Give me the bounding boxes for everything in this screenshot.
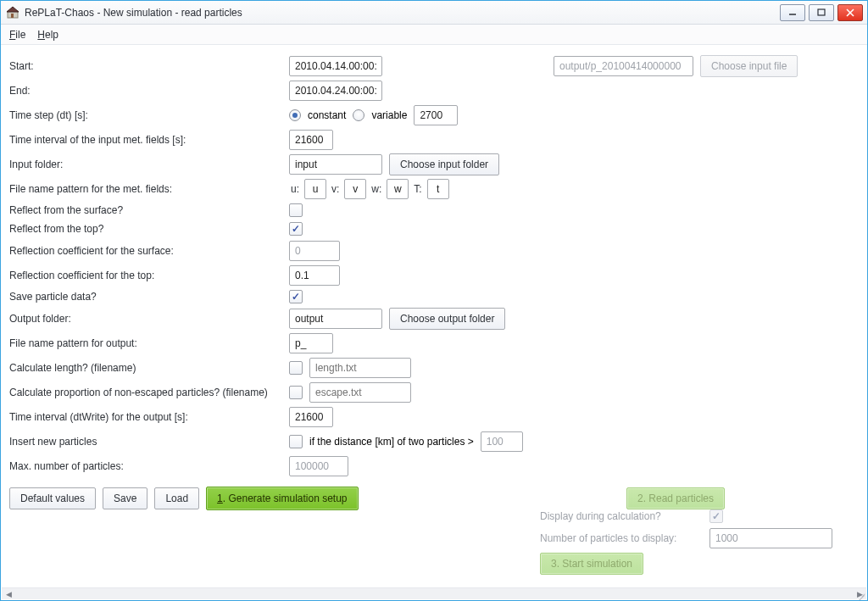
insert-new-distance-input (481, 431, 523, 452)
dt-constant-label: constant (308, 109, 346, 121)
dtwrite-input[interactable] (289, 407, 333, 427)
menu-file[interactable]: File (9, 29, 25, 41)
dtwrite-label: Time interval (dtWrite) for the output [… (9, 411, 289, 423)
default-values-button[interactable]: Default values (9, 487, 96, 509)
choose-input-file-button: Choose input file (700, 55, 798, 77)
horizontal-scrollbar[interactable]: ◀ ▶ (2, 587, 866, 599)
resize-grip-icon[interactable] (856, 589, 865, 598)
t-prefix-label: T: (414, 183, 421, 195)
save-particle-checkbox[interactable] (289, 290, 303, 303)
output-pattern-label: File name pattern for output: (9, 337, 289, 349)
input-folder-input[interactable] (289, 154, 382, 175)
num-to-display-label: Number of particles to display: (540, 532, 709, 544)
end-input[interactable] (289, 81, 382, 101)
display-during-calc-checkbox (709, 509, 723, 523)
svg-rect-4 (818, 9, 825, 15)
start-simulation-button: 3. Start simulation (540, 553, 643, 575)
output-path-display (554, 56, 693, 76)
coef-surface-label: Reflection coefficient for the surface: (9, 245, 289, 257)
window-titlebar: RePLaT-Chaos - New simulation - read par… (1, 1, 867, 25)
dt-variable-label: variable (371, 109, 407, 121)
generate-setup-button[interactable]: . Generate simulation setup (223, 492, 348, 504)
reflect-top-checkbox[interactable] (289, 222, 303, 236)
v-pattern-input[interactable] (344, 179, 366, 199)
dt-value-input[interactable] (414, 105, 458, 125)
output-pattern-input[interactable] (289, 333, 333, 353)
dt-variable-radio[interactable] (353, 109, 364, 121)
output-folder-input[interactable] (289, 309, 382, 329)
app-icon (6, 6, 19, 19)
end-label: End: (9, 85, 289, 97)
scroll-left-icon[interactable]: ◀ (2, 589, 15, 599)
coef-top-input[interactable] (289, 265, 340, 286)
choose-input-folder-button[interactable]: Choose input folder (389, 153, 499, 175)
choose-output-folder-button[interactable]: Choose output folder (389, 308, 505, 330)
insert-new-label: Insert new particles (9, 436, 289, 448)
calc-length-checkbox[interactable] (289, 361, 303, 375)
calc-prop-filename-input (309, 382, 411, 403)
reflect-top-label: Reflect from the top? (9, 223, 289, 235)
start-label: Start: (9, 60, 289, 72)
menu-help[interactable]: Help (37, 29, 58, 41)
u-pattern-input[interactable] (304, 179, 326, 199)
output-folder-label: Output folder: (9, 313, 289, 325)
dt-input-fields-label: Time interval of the input met. fields [… (9, 134, 289, 146)
maxnum-input (289, 456, 348, 476)
insert-new-checkbox[interactable] (289, 435, 303, 448)
save-particle-label: Save particle data? (9, 291, 289, 303)
met-pattern-label: File name pattern for the met. fields: (9, 183, 289, 195)
close-button[interactable] (837, 4, 863, 21)
calc-prop-label: Calculate proportion of non-escaped part… (9, 387, 289, 398)
dt-input-fields-input[interactable] (289, 130, 333, 150)
calc-length-label: Calculate length? (filename) (9, 362, 289, 374)
w-prefix-label: w: (371, 183, 381, 195)
save-button[interactable]: Save (103, 487, 147, 509)
v-prefix-label: v: (331, 183, 339, 195)
svg-rect-2 (11, 14, 14, 18)
reflect-surface-checkbox[interactable] (289, 203, 303, 217)
start-input[interactable] (289, 56, 382, 76)
calc-length-filename-input (309, 358, 411, 378)
menu-bar: File Help (1, 25, 867, 45)
display-during-calc-label: Display during calculation? (540, 510, 709, 522)
coef-top-label: Reflection coefficient for the top: (9, 270, 289, 281)
dt-label: Time step (dt) [s]: (9, 109, 289, 121)
w-pattern-input[interactable] (387, 179, 409, 199)
window-title: RePLaT-Chaos - New simulation - read par… (25, 7, 780, 19)
load-button[interactable]: Load (154, 487, 199, 509)
insert-new-text: if the distance [km] of two particles > (309, 436, 474, 448)
input-folder-label: Input folder: (9, 159, 289, 170)
dt-constant-radio[interactable] (289, 109, 301, 121)
coef-surface-input (289, 241, 340, 261)
num-to-display-input (709, 528, 832, 548)
minimize-button[interactable] (780, 4, 805, 21)
calc-prop-checkbox[interactable] (289, 386, 303, 399)
reflect-surface-label: Reflect from the surface? (9, 204, 289, 216)
svg-marker-1 (7, 7, 19, 12)
maxnum-label: Max. number of particles: (9, 460, 289, 472)
maximize-button[interactable] (809, 4, 834, 21)
bottom-right-panel: Display during calculation? Number of pa… (540, 505, 845, 575)
u-prefix-label: u: (291, 183, 299, 195)
t-pattern-input[interactable] (427, 179, 449, 199)
